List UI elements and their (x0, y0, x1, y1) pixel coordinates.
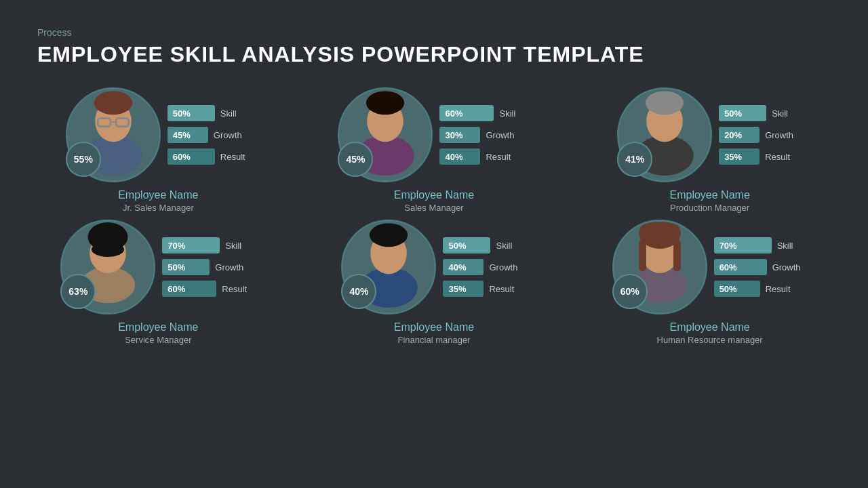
result-label: Result (765, 152, 795, 162)
card-emp6: 60% 70% Skill 60% Growth 50% Result Empl… (588, 220, 832, 345)
employee-name: Employee Name (394, 189, 474, 201)
stats-container: 50% Skill 40% Growth 35% Result (443, 237, 526, 297)
avatar-container: 63% (60, 220, 155, 314)
skill-label: Skill (772, 108, 802, 119)
result-row: 60% Result (167, 148, 251, 165)
svg-point-27 (370, 224, 408, 247)
card-emp1: 55% 50% Skill 45% Growth 60% Result Empl… (36, 87, 280, 213)
card-top: 40% 50% Skill 40% Growth 35% Result (312, 220, 556, 314)
growth-bar: 60% (714, 259, 767, 275)
stats-container: 50% Skill 45% Growth 60% Result (167, 105, 251, 165)
growth-label: Growth (765, 130, 795, 140)
skill-row: 50% Skill (443, 237, 526, 253)
growth-row: 20% Growth (719, 127, 802, 143)
growth-bar: 45% (167, 127, 208, 143)
result-label: Result (766, 284, 796, 294)
card-emp2: 45% 60% Skill 30% Growth 40% Result Empl… (312, 87, 556, 213)
card-info: Employee Name Production Manager (670, 189, 750, 213)
avatar-container: 40% (341, 220, 436, 314)
growth-bar: 50% (162, 259, 210, 275)
avatar-container: 60% (612, 220, 707, 314)
result-row: 50% Result (714, 281, 808, 297)
stats-container: 60% Skill 30% Growth 40% Result (439, 105, 530, 165)
result-label: Result (486, 152, 516, 162)
result-bar: 40% (439, 148, 480, 165)
employee-name: Employee Name (670, 189, 750, 201)
stats-container: 70% Skill 50% Growth 60% Result (162, 237, 256, 297)
employee-role: Financial manager (394, 335, 474, 345)
employee-role: Production Manager (670, 203, 750, 213)
card-top: 60% 70% Skill 60% Growth 50% Result (588, 220, 832, 314)
employee-name: Employee Name (118, 321, 198, 333)
result-row: 60% Result (162, 281, 256, 297)
result-row: 35% Result (719, 148, 802, 165)
skill-bar: 50% (719, 105, 766, 121)
employee-name: Employee Name (394, 321, 474, 333)
growth-label: Growth (489, 262, 519, 272)
skill-label: Skill (499, 108, 530, 119)
growth-label: Growth (214, 130, 244, 140)
skill-bar: 50% (443, 237, 490, 253)
skill-row: 50% Skill (167, 105, 251, 121)
percent-badge: 60% (612, 274, 648, 309)
result-label: Result (220, 152, 251, 162)
card-info: Employee Name Jr. Sales Manager (118, 189, 198, 213)
card-top: 55% 50% Skill 45% Growth 60% Result (36, 87, 280, 182)
card-emp4: 63% 70% Skill 50% Growth 60% Result Empl… (36, 220, 280, 345)
growth-bar: 40% (443, 259, 484, 275)
skill-bar: 70% (162, 237, 220, 253)
card-emp5: 40% 50% Skill 40% Growth 35% Result Empl… (312, 220, 556, 345)
header: Process EMPLOYEE SKILL ANALYSIS POWERPOI… (0, 0, 868, 81)
row-2: 63% 70% Skill 50% Growth 60% Result Empl… (27, 220, 841, 345)
skill-label: Skill (225, 241, 256, 251)
stats-container: 50% Skill 20% Growth 35% Result (719, 105, 802, 165)
svg-rect-32 (639, 240, 646, 272)
employee-role: Sales Manager (394, 203, 474, 213)
skill-row: 70% Skill (714, 237, 808, 253)
skill-bar: 50% (167, 105, 215, 121)
svg-point-17 (646, 92, 684, 115)
skill-bar: 70% (714, 237, 772, 253)
card-top: 63% 70% Skill 50% Growth 60% Result (36, 220, 280, 314)
process-label: Process (37, 27, 831, 38)
skill-row: 60% Skill (439, 105, 530, 121)
svg-point-22 (92, 243, 124, 257)
card-info: Employee Name Human Resource manager (657, 321, 763, 345)
employee-name: Employee Name (118, 189, 198, 201)
growth-label: Growth (486, 130, 516, 140)
result-bar: 35% (719, 148, 760, 165)
stats-container: 70% Skill 60% Growth 50% Result (714, 237, 808, 297)
card-top: 45% 60% Skill 30% Growth 40% Result (312, 87, 556, 182)
card-info: Employee Name Sales Manager (394, 189, 474, 213)
skill-row: 50% Skill (719, 105, 802, 121)
svg-point-12 (366, 92, 404, 115)
result-bar: 60% (162, 281, 216, 297)
growth-row: 50% Growth (162, 259, 256, 275)
result-row: 40% Result (439, 148, 530, 165)
growth-row: 45% Growth (167, 127, 251, 143)
svg-rect-33 (673, 240, 681, 272)
skill-row: 70% Skill (162, 237, 256, 253)
card-info: Employee Name Financial manager (394, 321, 474, 345)
result-row: 35% Result (443, 281, 526, 297)
cards-container: 55% 50% Skill 45% Growth 60% Result Empl… (0, 81, 868, 352)
employee-role: Jr. Sales Manager (118, 203, 198, 213)
growth-bar: 20% (719, 127, 760, 143)
card-info: Employee Name Service Manager (118, 321, 198, 345)
card-emp3: 41% 50% Skill 20% Growth 35% Result Empl… (588, 87, 832, 213)
percent-badge: 63% (60, 274, 96, 309)
growth-row: 60% Growth (714, 259, 808, 275)
growth-label: Growth (215, 262, 245, 272)
employee-role: Service Manager (118, 335, 198, 345)
employee-name: Employee Name (657, 321, 763, 333)
growth-label: Growth (772, 262, 803, 272)
card-top: 41% 50% Skill 20% Growth 35% Result (588, 87, 832, 182)
svg-rect-10 (368, 140, 404, 158)
result-bar: 50% (714, 281, 760, 297)
row-1: 55% 50% Skill 45% Growth 60% Result Empl… (27, 87, 841, 213)
employee-role: Human Resource manager (657, 335, 763, 345)
skill-label: Skill (777, 241, 808, 251)
growth-row: 30% Growth (439, 127, 530, 143)
svg-point-4 (94, 92, 132, 115)
result-bar: 35% (443, 281, 484, 297)
